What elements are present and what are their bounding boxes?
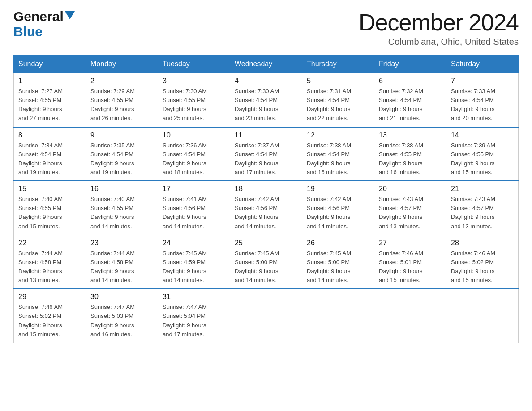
day-number: 24 (163, 239, 225, 247)
day-number: 30 (90, 293, 153, 301)
calendar-cell (230, 289, 302, 342)
day-number: 12 (307, 131, 369, 139)
week-row-5: 29 Sunrise: 7:46 AM Sunset: 5:02 PM Dayl… (14, 289, 519, 342)
day-number: 1 (18, 77, 81, 85)
day-info: Sunrise: 7:45 AM Sunset: 5:00 PM Dayligh… (307, 249, 369, 285)
day-number: 2 (90, 77, 153, 85)
calendar-cell: 9 Sunrise: 7:35 AM Sunset: 4:54 PM Dayli… (86, 127, 158, 181)
calendar-cell: 26 Sunrise: 7:45 AM Sunset: 5:00 PM Dayl… (302, 235, 374, 289)
day-info: Sunrise: 7:38 AM Sunset: 4:55 PM Dayligh… (379, 141, 442, 177)
calendar-cell: 6 Sunrise: 7:32 AM Sunset: 4:54 PM Dayli… (374, 73, 446, 127)
calendar-cell: 7 Sunrise: 7:33 AM Sunset: 4:54 PM Dayli… (446, 73, 519, 127)
day-number: 14 (451, 131, 514, 139)
calendar-cell: 31 Sunrise: 7:47 AM Sunset: 5:04 PM Dayl… (158, 289, 230, 342)
day-number: 26 (307, 239, 369, 247)
calendar-cell: 16 Sunrise: 7:40 AM Sunset: 4:55 PM Dayl… (86, 181, 158, 235)
day-info: Sunrise: 7:43 AM Sunset: 4:57 PM Dayligh… (379, 195, 442, 231)
day-number: 28 (451, 239, 514, 247)
col-sunday: Sunday (14, 56, 86, 73)
day-number: 10 (163, 131, 225, 139)
calendar-cell: 4 Sunrise: 7:30 AM Sunset: 4:54 PM Dayli… (230, 73, 302, 127)
day-info: Sunrise: 7:41 AM Sunset: 4:56 PM Dayligh… (163, 195, 225, 231)
location-text: Columbiana, Ohio, United States (359, 37, 519, 47)
day-info: Sunrise: 7:31 AM Sunset: 4:54 PM Dayligh… (307, 87, 369, 123)
day-info: Sunrise: 7:27 AM Sunset: 4:55 PM Dayligh… (18, 87, 81, 123)
logo: General Blue (13, 9, 75, 39)
calendar-cell: 17 Sunrise: 7:41 AM Sunset: 4:56 PM Dayl… (158, 181, 230, 235)
calendar-cell: 27 Sunrise: 7:46 AM Sunset: 5:01 PM Dayl… (374, 235, 446, 289)
calendar-header: Sunday Monday Tuesday Wednesday Thursday… (14, 56, 519, 73)
day-info: Sunrise: 7:32 AM Sunset: 4:54 PM Dayligh… (379, 87, 442, 123)
calendar-cell: 5 Sunrise: 7:31 AM Sunset: 4:54 PM Dayli… (302, 73, 374, 127)
day-info: Sunrise: 7:40 AM Sunset: 4:55 PM Dayligh… (18, 195, 81, 231)
calendar-cell: 1 Sunrise: 7:27 AM Sunset: 4:55 PM Dayli… (14, 73, 86, 127)
calendar-cell: 30 Sunrise: 7:47 AM Sunset: 5:03 PM Dayl… (86, 289, 158, 342)
calendar-cell: 3 Sunrise: 7:30 AM Sunset: 4:55 PM Dayli… (158, 73, 230, 127)
calendar-cell: 12 Sunrise: 7:38 AM Sunset: 4:54 PM Dayl… (302, 127, 374, 181)
day-number: 22 (18, 239, 81, 247)
title-section: December 2024 Columbiana, Ohio, United S… (359, 9, 519, 47)
day-number: 4 (235, 77, 297, 85)
day-info: Sunrise: 7:44 AM Sunset: 4:58 PM Dayligh… (90, 249, 153, 285)
day-info: Sunrise: 7:30 AM Sunset: 4:55 PM Dayligh… (163, 87, 225, 123)
calendar-cell: 29 Sunrise: 7:46 AM Sunset: 5:02 PM Dayl… (14, 289, 86, 342)
week-row-2: 8 Sunrise: 7:34 AM Sunset: 4:54 PM Dayli… (14, 127, 519, 181)
calendar-cell: 28 Sunrise: 7:46 AM Sunset: 5:02 PM Dayl… (446, 235, 519, 289)
day-info: Sunrise: 7:46 AM Sunset: 5:02 PM Dayligh… (451, 249, 514, 285)
day-info: Sunrise: 7:46 AM Sunset: 5:01 PM Dayligh… (379, 249, 442, 285)
calendar-cell: 19 Sunrise: 7:42 AM Sunset: 4:56 PM Dayl… (302, 181, 374, 235)
day-number: 17 (163, 185, 225, 193)
calendar-cell: 21 Sunrise: 7:43 AM Sunset: 4:57 PM Dayl… (446, 181, 519, 235)
day-number: 19 (307, 185, 369, 193)
day-info: Sunrise: 7:40 AM Sunset: 4:55 PM Dayligh… (90, 195, 153, 231)
day-info: Sunrise: 7:30 AM Sunset: 4:54 PM Dayligh… (235, 87, 297, 123)
day-number: 25 (235, 239, 297, 247)
day-number: 21 (451, 185, 514, 193)
calendar-cell: 25 Sunrise: 7:45 AM Sunset: 5:00 PM Dayl… (230, 235, 302, 289)
day-info: Sunrise: 7:39 AM Sunset: 4:55 PM Dayligh… (451, 141, 514, 177)
day-info: Sunrise: 7:37 AM Sunset: 4:54 PM Dayligh… (235, 141, 297, 177)
calendar-cell: 20 Sunrise: 7:43 AM Sunset: 4:57 PM Dayl… (374, 181, 446, 235)
day-number: 5 (307, 77, 369, 85)
day-info: Sunrise: 7:33 AM Sunset: 4:54 PM Dayligh… (451, 87, 514, 123)
week-row-3: 15 Sunrise: 7:40 AM Sunset: 4:55 PM Dayl… (14, 181, 519, 235)
day-info: Sunrise: 7:38 AM Sunset: 4:54 PM Dayligh… (307, 141, 369, 177)
calendar-cell (374, 289, 446, 342)
col-friday: Friday (374, 56, 446, 73)
calendar-body: 1 Sunrise: 7:27 AM Sunset: 4:55 PM Dayli… (14, 73, 519, 342)
day-number: 15 (18, 185, 81, 193)
week-row-1: 1 Sunrise: 7:27 AM Sunset: 4:55 PM Dayli… (14, 73, 519, 127)
day-number: 20 (379, 185, 442, 193)
day-info: Sunrise: 7:47 AM Sunset: 5:03 PM Dayligh… (90, 303, 153, 339)
day-number: 11 (235, 131, 297, 139)
day-number: 3 (163, 77, 225, 85)
day-info: Sunrise: 7:45 AM Sunset: 5:00 PM Dayligh… (235, 249, 297, 285)
day-number: 18 (235, 185, 297, 193)
day-info: Sunrise: 7:46 AM Sunset: 5:02 PM Dayligh… (18, 303, 81, 339)
calendar-cell (302, 289, 374, 342)
calendar-cell: 22 Sunrise: 7:44 AM Sunset: 4:58 PM Dayl… (14, 235, 86, 289)
day-info: Sunrise: 7:43 AM Sunset: 4:57 PM Dayligh… (451, 195, 514, 231)
calendar-cell (446, 289, 519, 342)
calendar-cell: 13 Sunrise: 7:38 AM Sunset: 4:55 PM Dayl… (374, 127, 446, 181)
calendar-cell: 24 Sunrise: 7:45 AM Sunset: 4:59 PM Dayl… (158, 235, 230, 289)
day-number: 31 (163, 293, 225, 301)
logo-arrow-icon (65, 11, 75, 19)
calendar-cell: 10 Sunrise: 7:36 AM Sunset: 4:54 PM Dayl… (158, 127, 230, 181)
day-info: Sunrise: 7:42 AM Sunset: 4:56 PM Dayligh… (235, 195, 297, 231)
col-wednesday: Wednesday (230, 56, 302, 73)
day-number: 6 (379, 77, 442, 85)
page-header: General Blue December 2024 Columbiana, O… (13, 9, 519, 47)
logo-general: General (13, 9, 64, 24)
day-info: Sunrise: 7:35 AM Sunset: 4:54 PM Dayligh… (90, 141, 153, 177)
col-thursday: Thursday (302, 56, 374, 73)
calendar-table: Sunday Monday Tuesday Wednesday Thursday… (13, 55, 519, 343)
svg-marker-0 (65, 11, 75, 19)
day-info: Sunrise: 7:45 AM Sunset: 4:59 PM Dayligh… (163, 249, 225, 285)
day-number: 27 (379, 239, 442, 247)
calendar-cell: 18 Sunrise: 7:42 AM Sunset: 4:56 PM Dayl… (230, 181, 302, 235)
col-monday: Monday (86, 56, 158, 73)
day-info: Sunrise: 7:34 AM Sunset: 4:54 PM Dayligh… (18, 141, 81, 177)
col-saturday: Saturday (446, 56, 519, 73)
day-number: 7 (451, 77, 514, 85)
